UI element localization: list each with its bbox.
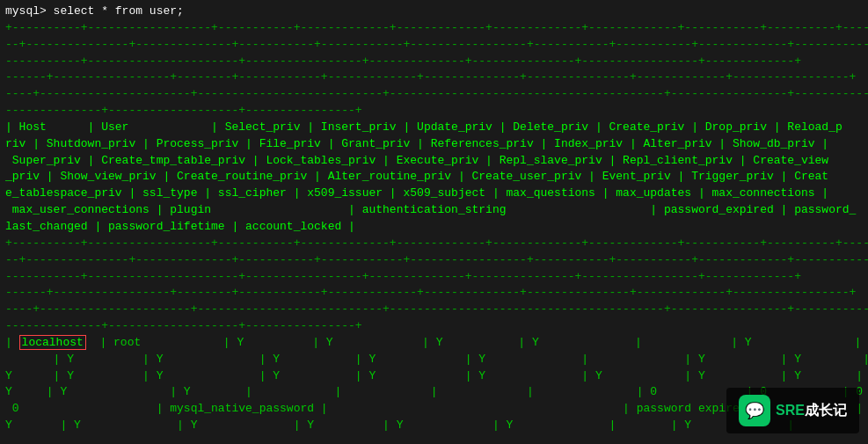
separator-3: -----------+----------------------+-----… — [5, 54, 863, 70]
separator-after-header-5: ----+----------------------+------------… — [5, 302, 863, 318]
watermark: 💬 SRE成长记 — [726, 388, 859, 433]
separator-2: --+---------------+--------------+------… — [5, 37, 863, 54]
separator-1: +----------+------------------+---------… — [5, 20, 863, 37]
header-line-5: e_tablespace_priv | ssl_type | ssl_ciphe… — [5, 186, 863, 202]
header-line-7: last_changed | password_lifetime | accou… — [5, 219, 863, 236]
watermark-label: SRE成长记 — [776, 402, 847, 420]
data-row-2: | Y | Y | Y | Y | Y | | Y | Y | — [5, 352, 863, 368]
separator-after-header-3: -----------+----------------------+-----… — [5, 269, 863, 286]
header-line-3: Super_priv | Create_tmp_table_priv | Loc… — [5, 153, 863, 170]
separator-5: ----+----------------------+------------… — [5, 86, 863, 103]
header-line-4: _priv | Show_view_priv | Create_routine_… — [5, 169, 863, 186]
header-line-6: max_user_connections | plugin | authenti… — [5, 202, 863, 219]
terminal-window: mysql> select * from user; +----------+-… — [0, 0, 868, 444]
separator-after-header-6: --------------+-------------------+-----… — [5, 318, 863, 335]
separator-after-header-2: --+---------------+--------------+------… — [5, 252, 863, 269]
header-line-2: riv | Shutdown_priv | Process_priv | Fil… — [5, 136, 863, 153]
header-line-1: | Host | User | Select_priv | Insert_pri… — [5, 120, 863, 136]
localhost-highlight: localhost — [19, 335, 86, 350]
command-line: mysql> select * from user; — [5, 4, 863, 20]
data-row-1: | localhost | root | Y | Y | Y | Y | | Y… — [5, 335, 863, 352]
separator-after-header-4: ------+-----------------+--------+------… — [5, 285, 863, 302]
separator-4: ------+-----------------+--------+------… — [5, 69, 863, 86]
separator-6: --------------+-------------------+-----… — [5, 103, 863, 120]
watermark-icon: 💬 — [739, 395, 770, 426]
separator-after-header-1: +----------+------------------+---------… — [5, 236, 863, 252]
data-row-3: Y | Y | Y | Y | Y | Y | Y | Y | Y | — [5, 368, 863, 385]
